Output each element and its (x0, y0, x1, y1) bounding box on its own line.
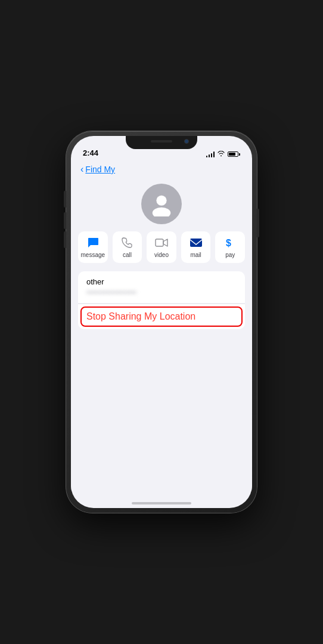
phone-screen: 2:44 (71, 136, 252, 508)
person-icon (149, 191, 174, 216)
svg-text:$: $ (226, 238, 231, 248)
nav-bar: ‹ Find My (71, 162, 252, 179)
notch (126, 136, 197, 149)
camera (184, 139, 189, 144)
mail-button[interactable]: mail (181, 231, 211, 263)
phone-frame: 2:44 (66, 131, 257, 513)
stop-sharing-label: Stop Sharing My Location (86, 311, 195, 322)
pay-icon: $ (225, 236, 235, 249)
avatar (141, 184, 182, 224)
message-icon (87, 236, 99, 249)
call-icon (122, 236, 132, 249)
wifi-icon (218, 151, 225, 157)
mail-icon (190, 236, 203, 249)
call-button[interactable]: call (113, 231, 142, 263)
call-label: call (123, 252, 132, 258)
svg-rect-3 (190, 239, 202, 247)
back-label: Find My (85, 165, 115, 174)
contact-value: •••••••••••••••••••• (86, 289, 237, 297)
pay-button[interactable]: $ pay (215, 231, 245, 263)
contact-type-label: other (86, 277, 237, 286)
pay-label: pay (225, 252, 235, 258)
svg-rect-2 (156, 239, 163, 246)
stop-sharing-card: Stop Sharing My Location (78, 304, 245, 329)
home-bar (132, 502, 191, 504)
video-button[interactable]: video (147, 231, 176, 263)
video-icon (155, 236, 168, 249)
message-button[interactable]: message (78, 231, 108, 263)
info-card: other •••••••••••••••••••• (78, 271, 245, 303)
svg-point-1 (153, 208, 171, 216)
back-chevron-icon: ‹ (80, 165, 83, 174)
signal-icon (206, 151, 215, 157)
screen-content: ‹ Find My (71, 162, 252, 508)
video-label: video (154, 252, 169, 258)
svg-point-0 (156, 196, 166, 206)
speaker (151, 140, 172, 143)
empty-area (71, 329, 252, 491)
status-icons (206, 151, 241, 159)
stop-sharing-button[interactable]: Stop Sharing My Location (78, 304, 245, 329)
action-buttons: message call (71, 231, 252, 271)
home-indicator (71, 491, 252, 508)
status-time: 2:44 (83, 148, 98, 159)
message-label: message (81, 252, 105, 258)
back-button[interactable]: ‹ Find My (80, 165, 243, 174)
avatar-section (71, 179, 252, 231)
mail-label: mail (190, 252, 201, 258)
battery-icon (228, 151, 240, 157)
